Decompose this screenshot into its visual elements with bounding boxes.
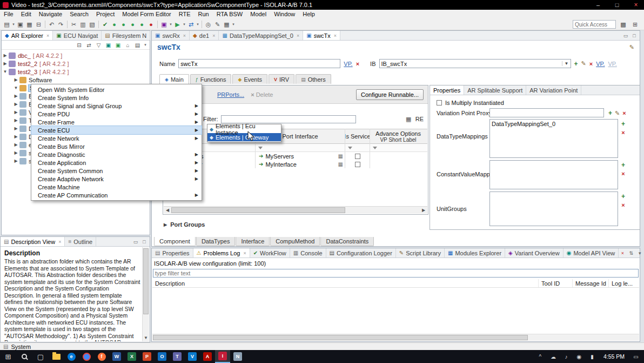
scrollbar-thumb[interactable]: [143, 248, 149, 314]
tab-ecu-navigator[interactable]: ▣ ECU Navigat: [53, 31, 102, 40]
redo-icon[interactable]: ↷: [56, 20, 65, 29]
tab-modules-explorer[interactable]: ▦ Modules Explorer: [445, 248, 505, 258]
editor-tab-de1[interactable]: ◆ de1 ×: [190, 31, 219, 40]
add-ug-icon[interactable]: +: [621, 193, 625, 200]
context-menu-create-system-common[interactable]: Create System Common▶: [31, 167, 202, 175]
tray-chevron-up-icon[interactable]: ^: [534, 350, 546, 363]
ib-combo[interactable]: IB_swcTx ▼: [379, 59, 571, 68]
home-icon[interactable]: ⌂: [124, 41, 132, 49]
menu-navigate[interactable]: Navigate: [35, 10, 66, 19]
port-row-2[interactable]: r ➔ MyInterface ▦: [164, 160, 427, 168]
taskbar-acrobat-icon[interactable]: A: [200, 350, 215, 363]
column-log-level[interactable]: Log le...: [609, 279, 639, 287]
close-tab-icon[interactable]: ×: [243, 250, 246, 256]
remove-name-vp-icon[interactable]: ×: [356, 61, 359, 67]
edit-ib-icon[interactable]: ✎: [581, 60, 586, 67]
taskbar-vscode-icon[interactable]: V: [185, 350, 200, 363]
menu-window[interactable]: Window: [270, 10, 299, 19]
subtab-main[interactable]: ◈ Main: [159, 74, 189, 84]
taskbar-clock[interactable]: 4:55 PM: [599, 353, 629, 360]
add-ib-icon[interactable]: +: [574, 60, 578, 68]
twistie-icon[interactable]: ▶: [13, 118, 19, 123]
taskbar-edge-icon[interactable]: e: [64, 350, 79, 363]
editor-tab-swcrx[interactable]: ▣ swcRx ×: [152, 31, 190, 40]
ecu-extract-icon[interactable]: ▣: [104, 41, 112, 49]
scroll-lock-icon[interactable]: ⇅: [627, 250, 635, 256]
twistie-icon[interactable]: ▶: [13, 142, 19, 147]
context-menu-create-bus-mirror[interactable]: Create Bus Mirror: [31, 142, 202, 150]
submenu-elements-ecu-instance[interactable]: ◆ Elements | Ecu Instance: [207, 125, 281, 133]
tree-item-software[interactable]: ▶ Software: [2, 76, 149, 84]
layout-icon[interactable]: ▤: [133, 41, 142, 49]
menu-run[interactable]: Run: [194, 10, 213, 19]
save-all-icon[interactable]: ▦: [25, 20, 34, 29]
search-icon[interactable]: ◎: [204, 20, 213, 29]
remove-dtm-icon[interactable]: ×: [621, 129, 625, 136]
close-button[interactable]: ×: [628, 0, 644, 10]
scroll-down-icon[interactable]: ▼: [143, 334, 149, 341]
remove-ug-icon[interactable]: ×: [621, 202, 625, 208]
run-config-3-icon[interactable]: ●: [128, 20, 137, 29]
subtab-irv[interactable]: V IRV: [269, 74, 294, 84]
new-file-dropdown-icon[interactable]: ▾: [11, 22, 16, 27]
log-filter-input[interactable]: [153, 269, 639, 278]
perspective-open-icon[interactable]: ⊞: [630, 20, 640, 29]
vp-link-name[interactable]: VP.: [344, 61, 352, 67]
table-view-icon[interactable]: ▦: [222, 20, 231, 29]
tab-filesystem-navigator[interactable]: ▤ Filesystem N: [102, 31, 150, 40]
context-menu-create-diagnostic[interactable]: Create Diagnostic▶: [31, 150, 202, 159]
taskbar-powerpoint-icon[interactable]: P: [139, 350, 155, 363]
taskbar-outlook-icon[interactable]: O: [155, 350, 170, 363]
import-icon[interactable]: ⇄: [186, 20, 196, 29]
tab-outline[interactable]: ≡ Outline: [65, 237, 96, 246]
tree-item-test2_2[interactable]: ▶ test2_2 [ AR 4.2.2 ]: [2, 60, 149, 68]
twistie-icon[interactable]: ▶: [2, 61, 8, 66]
print-icon[interactable]: ⊟: [34, 20, 43, 29]
view-menu-icon[interactable]: ▾: [636, 250, 643, 256]
close-tab-icon[interactable]: ×: [334, 33, 337, 38]
expand-icon[interactable]: ▶: [164, 222, 167, 227]
tab-properties[interactable]: Properties: [430, 85, 464, 95]
taskbar-firefox-icon[interactable]: f: [94, 350, 109, 363]
save-icon[interactable]: ▣: [16, 20, 25, 29]
remove-ib-icon[interactable]: ×: [589, 61, 593, 67]
taskbar-file-explorer-icon[interactable]: [49, 350, 64, 363]
twistie-icon[interactable]: ▼: [13, 85, 19, 90]
editor-tab-datatypemappingset[interactable]: ▦ DataTypeMappingSet_0 ×: [219, 31, 303, 40]
taskbar-teams-icon[interactable]: T: [170, 350, 185, 363]
perspective-isolar-icon[interactable]: ▩: [619, 20, 628, 29]
minimize-view-icon[interactable]: ▭: [132, 239, 139, 245]
data-type-mappings-list[interactable]: DataTypeMappingSet_0: [489, 119, 618, 158]
scroll-left-icon[interactable]: ◀: [164, 207, 171, 214]
menu-help[interactable]: Help: [299, 10, 319, 19]
remove-cvm-icon[interactable]: ×: [621, 170, 625, 177]
add-vpp-icon[interactable]: +: [608, 109, 612, 117]
editor-tab-swctx[interactable]: ▣ swcTx ×: [303, 31, 340, 40]
chevron-down-icon[interactable]: ▼: [562, 61, 569, 66]
maximize-button[interactable]: □: [609, 0, 625, 10]
menu-rte[interactable]: RTE: [175, 10, 194, 19]
twistie-icon[interactable]: ▶: [13, 134, 19, 139]
column-description[interactable]: Description: [152, 279, 539, 287]
tree-item-test2_3[interactable]: ▼ test2_3 [ AR 4.2.2 ]: [2, 68, 149, 76]
twistie-icon[interactable]: ▼: [2, 69, 8, 74]
tab-model-api-view[interactable]: ◉ Model API View: [564, 248, 619, 258]
unit-groups-list[interactable]: [489, 192, 618, 226]
menu-edit[interactable]: Edit: [17, 10, 35, 19]
twistie-icon[interactable]: ▶: [13, 77, 19, 82]
subtab-others[interactable]: ▤ Others: [296, 74, 331, 84]
clear-log-icon[interactable]: ×: [619, 250, 626, 256]
tab-script-library[interactable]: ✎ Script Library: [396, 248, 445, 258]
scrollbar-thumb[interactable]: [153, 335, 528, 340]
close-tab-icon[interactable]: ×: [46, 33, 49, 38]
tab-configuration-logger[interactable]: ▤ Configuration Logger: [326, 248, 396, 258]
filter-icon[interactable]: ▽: [95, 41, 103, 49]
page-tab-component[interactable]: Component: [154, 237, 196, 246]
name-input[interactable]: [178, 59, 340, 68]
context-menu-create-network[interactable]: Create Network▶: [31, 134, 202, 142]
new-file-icon[interactable]: ▤: [2, 20, 11, 29]
tray-volume-icon[interactable]: ♪: [560, 350, 572, 363]
taskbar-search-icon[interactable]: [16, 350, 32, 363]
page-tab-datatypes[interactable]: DataTypes: [196, 237, 236, 246]
quick-access-input[interactable]: [573, 20, 616, 29]
